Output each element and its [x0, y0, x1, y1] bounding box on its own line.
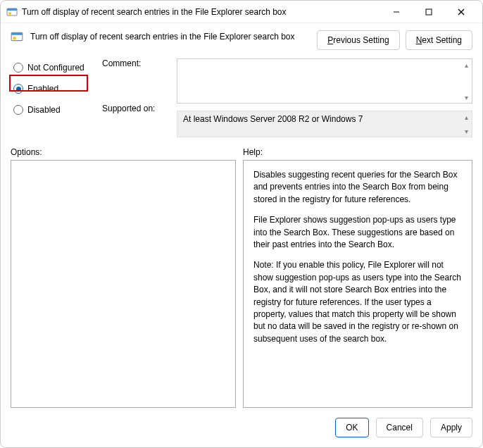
apply-button[interactable]: Apply: [430, 418, 472, 437]
svg-point-2: [8, 12, 11, 15]
svg-rect-4: [426, 9, 432, 15]
supported-label: Supported on:: [102, 104, 170, 113]
ok-button[interactable]: OK: [335, 418, 368, 437]
close-button[interactable]: [446, 2, 477, 22]
help-label: Help:: [243, 147, 263, 157]
radio-disabled[interactable]: Disabled: [11, 104, 95, 116]
svg-rect-1: [7, 8, 17, 11]
radio-enabled[interactable]: Enabled: [11, 82, 95, 95]
section-labels: Options: Help:: [1, 144, 482, 160]
header: Turn off display of recent search entrie…: [1, 23, 482, 54]
options-pane: [11, 160, 236, 408]
svg-point-9: [13, 37, 16, 40]
maximize-button[interactable]: [413, 2, 444, 22]
state-radio-group: Not Configured Enabled Disabled: [11, 61, 95, 116]
scroll-up-icon[interactable]: ▴: [462, 61, 470, 69]
svg-rect-8: [11, 32, 23, 35]
comment-textarea[interactable]: ▴ ▾: [177, 58, 472, 104]
comment-label: Comment:: [102, 58, 170, 68]
supported-on-value: At least Windows Server 2008 R2 or Windo…: [183, 114, 363, 124]
radio-not-configured[interactable]: Not Configured: [11, 61, 95, 74]
radio-icon: [13, 105, 23, 115]
options-label: Options:: [11, 147, 243, 157]
scroll-up-icon: ▴: [462, 113, 470, 121]
policy-editor-window: Turn off display of recent search entrie…: [0, 0, 483, 448]
policy-icon: [11, 30, 23, 43]
help-paragraph: File Explorer shows suggestion pop-ups a…: [253, 214, 462, 251]
scroll-down-icon[interactable]: ▾: [462, 93, 470, 101]
window-title: Turn off display of recent search entrie…: [22, 7, 381, 17]
policy-title: Turn off display of recent search entrie…: [30, 30, 310, 42]
radio-icon: [13, 84, 23, 94]
help-paragraph: Note: If you enable this policy, File Ex…: [253, 259, 462, 345]
supported-on-field: At least Windows Server 2008 R2 or Windo…: [177, 111, 472, 137]
previous-setting-button[interactable]: Previous Setting: [317, 30, 399, 50]
cancel-button[interactable]: Cancel: [376, 418, 423, 437]
radio-icon: [13, 63, 23, 73]
titlebar: Turn off display of recent search entrie…: [1, 1, 482, 23]
minimize-button[interactable]: [381, 2, 412, 22]
help-paragraph: Disables suggesting recent queries for t…: [253, 169, 462, 206]
dialog-buttons: OK Cancel Apply: [1, 408, 482, 447]
scroll-down-icon: ▾: [462, 127, 470, 135]
next-setting-button[interactable]: Next Setting: [406, 30, 472, 50]
help-pane[interactable]: Disables suggesting recent queries for t…: [243, 160, 472, 408]
policy-icon: [6, 6, 18, 18]
